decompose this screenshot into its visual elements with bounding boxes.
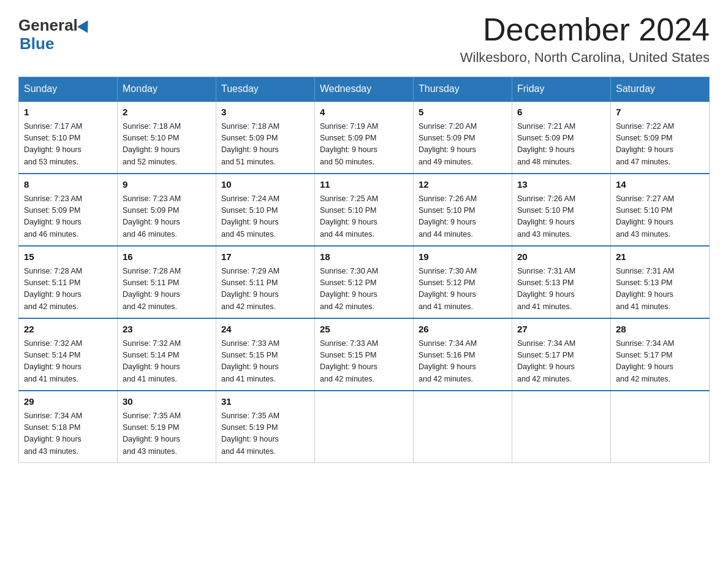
day-info: Sunrise: 7:25 AMSunset: 5:10 PMDaylight:… bbox=[320, 193, 408, 241]
calendar-cell: 30Sunrise: 7:35 AMSunset: 5:19 PMDayligh… bbox=[118, 391, 216, 463]
day-info: Sunrise: 7:30 AMSunset: 5:12 PMDaylight:… bbox=[419, 266, 507, 313]
weekday-header-friday: Friday bbox=[512, 77, 611, 102]
day-info: Sunrise: 7:29 AMSunset: 5:11 PMDaylight:… bbox=[221, 266, 309, 313]
day-info: Sunrise: 7:35 AMSunset: 5:19 PMDaylight:… bbox=[123, 410, 211, 458]
calendar-cell: 17Sunrise: 7:29 AMSunset: 5:11 PMDayligh… bbox=[216, 246, 315, 318]
day-info: Sunrise: 7:18 AMSunset: 5:10 PMDaylight:… bbox=[123, 121, 211, 169]
calendar-cell: 20Sunrise: 7:31 AMSunset: 5:13 PMDayligh… bbox=[512, 246, 611, 318]
day-number: 26 bbox=[419, 323, 507, 337]
day-number: 15 bbox=[24, 250, 112, 264]
day-info: Sunrise: 7:22 AMSunset: 5:09 PMDaylight:… bbox=[616, 121, 704, 169]
day-info: Sunrise: 7:21 AMSunset: 5:09 PMDaylight:… bbox=[517, 121, 605, 169]
day-number: 29 bbox=[24, 395, 112, 409]
day-number: 21 bbox=[616, 250, 704, 264]
day-info: Sunrise: 7:17 AMSunset: 5:10 PMDaylight:… bbox=[24, 121, 112, 169]
week-row-3: 15Sunrise: 7:28 AMSunset: 5:11 PMDayligh… bbox=[19, 246, 710, 318]
day-number: 24 bbox=[221, 323, 309, 337]
calendar-cell: 5Sunrise: 7:20 AMSunset: 5:09 PMDaylight… bbox=[414, 101, 512, 174]
day-number: 14 bbox=[616, 178, 704, 192]
calendar-cell: 25Sunrise: 7:33 AMSunset: 5:15 PMDayligh… bbox=[315, 318, 414, 391]
day-number: 13 bbox=[517, 178, 605, 192]
day-info: Sunrise: 7:18 AMSunset: 5:09 PMDaylight:… bbox=[221, 121, 309, 169]
calendar-table: SundayMondayTuesdayWednesdayThursdayFrid… bbox=[18, 77, 710, 463]
calendar-cell bbox=[512, 391, 611, 463]
calendar-cell: 31Sunrise: 7:35 AMSunset: 5:19 PMDayligh… bbox=[216, 391, 315, 463]
day-info: Sunrise: 7:30 AMSunset: 5:12 PMDaylight:… bbox=[320, 266, 408, 313]
day-info: Sunrise: 7:27 AMSunset: 5:10 PMDaylight:… bbox=[616, 193, 704, 241]
calendar-cell: 26Sunrise: 7:34 AMSunset: 5:16 PMDayligh… bbox=[414, 318, 512, 391]
day-info: Sunrise: 7:24 AMSunset: 5:10 PMDaylight:… bbox=[221, 193, 309, 241]
day-number: 20 bbox=[517, 250, 605, 264]
calendar-cell bbox=[611, 391, 710, 463]
weekday-header-wednesday: Wednesday bbox=[315, 77, 414, 102]
day-number: 30 bbox=[123, 395, 211, 409]
weekday-header-sunday: Sunday bbox=[19, 77, 118, 102]
week-row-5: 29Sunrise: 7:34 AMSunset: 5:18 PMDayligh… bbox=[19, 391, 710, 463]
day-number: 17 bbox=[221, 250, 309, 264]
weekday-header-thursday: Thursday bbox=[414, 77, 512, 102]
calendar-cell: 12Sunrise: 7:26 AMSunset: 5:10 PMDayligh… bbox=[414, 174, 512, 246]
day-info: Sunrise: 7:32 AMSunset: 5:14 PMDaylight:… bbox=[123, 338, 211, 386]
day-number: 4 bbox=[320, 105, 408, 120]
day-info: Sunrise: 7:34 AMSunset: 5:17 PMDaylight:… bbox=[517, 338, 605, 386]
calendar-cell: 3Sunrise: 7:18 AMSunset: 5:09 PMDaylight… bbox=[216, 101, 315, 174]
logo-general-text: General bbox=[18, 17, 78, 33]
logo-triangle-icon bbox=[77, 17, 93, 33]
calendar-cell: 2Sunrise: 7:18 AMSunset: 5:10 PMDaylight… bbox=[118, 101, 216, 174]
calendar-cell: 11Sunrise: 7:25 AMSunset: 5:10 PMDayligh… bbox=[315, 174, 414, 246]
day-info: Sunrise: 7:35 AMSunset: 5:19 PMDaylight:… bbox=[221, 410, 309, 458]
day-number: 28 bbox=[616, 323, 704, 337]
day-number: 16 bbox=[123, 250, 211, 264]
calendar-cell: 6Sunrise: 7:21 AMSunset: 5:09 PMDaylight… bbox=[512, 101, 611, 174]
calendar-cell: 13Sunrise: 7:26 AMSunset: 5:10 PMDayligh… bbox=[512, 174, 611, 246]
day-info: Sunrise: 7:34 AMSunset: 5:17 PMDaylight:… bbox=[616, 338, 704, 386]
day-info: Sunrise: 7:32 AMSunset: 5:14 PMDaylight:… bbox=[24, 338, 112, 386]
month-title: December 2024 bbox=[460, 12, 710, 47]
calendar-cell bbox=[414, 391, 512, 463]
page-header: General Blue December 2024 Wilkesboro, N… bbox=[18, 12, 710, 66]
day-info: Sunrise: 7:19 AMSunset: 5:09 PMDaylight:… bbox=[320, 121, 408, 169]
location-subtitle: Wilkesboro, North Carolina, United State… bbox=[460, 50, 710, 66]
day-number: 7 bbox=[616, 105, 704, 120]
day-info: Sunrise: 7:33 AMSunset: 5:15 PMDaylight:… bbox=[320, 338, 408, 386]
day-number: 9 bbox=[123, 178, 211, 192]
calendar-cell: 7Sunrise: 7:22 AMSunset: 5:09 PMDaylight… bbox=[611, 101, 710, 174]
logo: General Blue bbox=[18, 17, 93, 53]
calendar-cell: 23Sunrise: 7:32 AMSunset: 5:14 PMDayligh… bbox=[118, 318, 216, 391]
weekday-header-monday: Monday bbox=[118, 77, 216, 102]
calendar-cell: 29Sunrise: 7:34 AMSunset: 5:18 PMDayligh… bbox=[19, 391, 118, 463]
calendar-cell: 16Sunrise: 7:28 AMSunset: 5:11 PMDayligh… bbox=[118, 246, 216, 318]
day-number: 3 bbox=[221, 105, 309, 120]
day-number: 8 bbox=[24, 178, 112, 192]
day-number: 22 bbox=[24, 323, 112, 337]
day-info: Sunrise: 7:23 AMSunset: 5:09 PMDaylight:… bbox=[123, 193, 211, 241]
day-info: Sunrise: 7:26 AMSunset: 5:10 PMDaylight:… bbox=[419, 193, 507, 241]
day-number: 23 bbox=[123, 323, 211, 337]
calendar-cell: 4Sunrise: 7:19 AMSunset: 5:09 PMDaylight… bbox=[315, 101, 414, 174]
calendar-cell: 28Sunrise: 7:34 AMSunset: 5:17 PMDayligh… bbox=[611, 318, 710, 391]
calendar-cell: 9Sunrise: 7:23 AMSunset: 5:09 PMDaylight… bbox=[118, 174, 216, 246]
calendar-cell: 21Sunrise: 7:31 AMSunset: 5:13 PMDayligh… bbox=[611, 246, 710, 318]
day-info: Sunrise: 7:26 AMSunset: 5:10 PMDaylight:… bbox=[517, 193, 605, 241]
title-block: December 2024 Wilkesboro, North Carolina… bbox=[460, 12, 710, 66]
day-info: Sunrise: 7:28 AMSunset: 5:11 PMDaylight:… bbox=[24, 266, 112, 313]
week-row-2: 8Sunrise: 7:23 AMSunset: 5:09 PMDaylight… bbox=[19, 174, 710, 246]
calendar-cell: 18Sunrise: 7:30 AMSunset: 5:12 PMDayligh… bbox=[315, 246, 414, 318]
day-number: 5 bbox=[419, 105, 507, 120]
day-info: Sunrise: 7:33 AMSunset: 5:15 PMDaylight:… bbox=[221, 338, 309, 386]
day-number: 11 bbox=[320, 178, 408, 192]
day-info: Sunrise: 7:31 AMSunset: 5:13 PMDaylight:… bbox=[616, 266, 704, 313]
day-number: 25 bbox=[320, 323, 408, 337]
calendar-cell: 8Sunrise: 7:23 AMSunset: 5:09 PMDaylight… bbox=[19, 174, 118, 246]
calendar-cell: 27Sunrise: 7:34 AMSunset: 5:17 PMDayligh… bbox=[512, 318, 611, 391]
weekday-header-row: SundayMondayTuesdayWednesdayThursdayFrid… bbox=[19, 77, 710, 102]
day-info: Sunrise: 7:20 AMSunset: 5:09 PMDaylight:… bbox=[419, 121, 507, 169]
day-number: 12 bbox=[419, 178, 507, 192]
day-info: Sunrise: 7:34 AMSunset: 5:16 PMDaylight:… bbox=[419, 338, 507, 386]
week-row-4: 22Sunrise: 7:32 AMSunset: 5:14 PMDayligh… bbox=[19, 318, 710, 391]
weekday-header-tuesday: Tuesday bbox=[216, 77, 315, 102]
calendar-cell: 1Sunrise: 7:17 AMSunset: 5:10 PMDaylight… bbox=[19, 101, 118, 174]
calendar-cell: 19Sunrise: 7:30 AMSunset: 5:12 PMDayligh… bbox=[414, 246, 512, 318]
day-info: Sunrise: 7:31 AMSunset: 5:13 PMDaylight:… bbox=[517, 266, 605, 313]
day-number: 2 bbox=[123, 105, 211, 120]
